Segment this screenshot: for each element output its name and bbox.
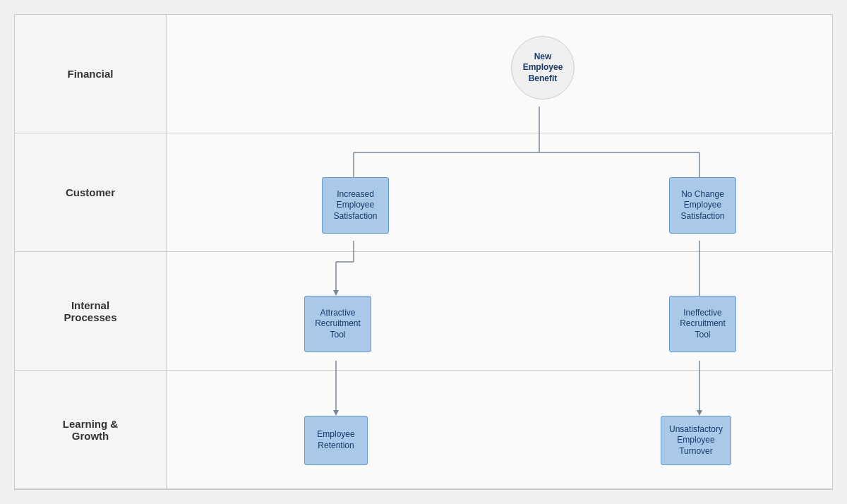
- label-customer: Customer: [15, 133, 167, 252]
- node-unsatisfactory-turnover: UnsatisfactoryEmployeeTurnover: [661, 416, 731, 465]
- node-ineffective-recruitment-label: IneffectiveRecruitmentTool: [680, 308, 726, 341]
- node-no-change-satisfaction: No ChangeEmployeeSatisfaction: [669, 177, 736, 234]
- node-new-employee-benefit-label: NewEmployeeBenefit: [523, 52, 563, 85]
- node-employee-retention-label: EmployeeRetention: [317, 429, 354, 451]
- label-internal: InternalProcesses: [15, 252, 167, 371]
- node-ineffective-recruitment: IneffectiveRecruitmentTool: [669, 296, 736, 352]
- node-attractive-recruitment: AttractiveRecruitmentTool: [304, 296, 371, 352]
- node-employee-retention: EmployeeRetention: [304, 416, 368, 465]
- node-unsatisfactory-turnover-label: UnsatisfactoryEmployeeTurnover: [669, 424, 723, 457]
- node-new-employee-benefit: NewEmployeeBenefit: [511, 36, 575, 100]
- diagram-container: Financial Customer InternalProcesses Lea…: [14, 14, 833, 490]
- node-attractive-recruitment-label: AttractiveRecruitmentTool: [315, 308, 361, 341]
- node-no-change-satisfaction-label: No ChangeEmployeeSatisfaction: [680, 189, 724, 222]
- label-financial: Financial: [15, 15, 167, 133]
- node-increased-satisfaction: IncreasedEmployeeSatisfaction: [322, 177, 389, 234]
- node-increased-satisfaction-label: IncreasedEmployeeSatisfaction: [333, 189, 377, 222]
- content-learning: [167, 371, 832, 489]
- label-learning: Learning &Growth: [15, 371, 167, 489]
- content-financial: [167, 15, 832, 133]
